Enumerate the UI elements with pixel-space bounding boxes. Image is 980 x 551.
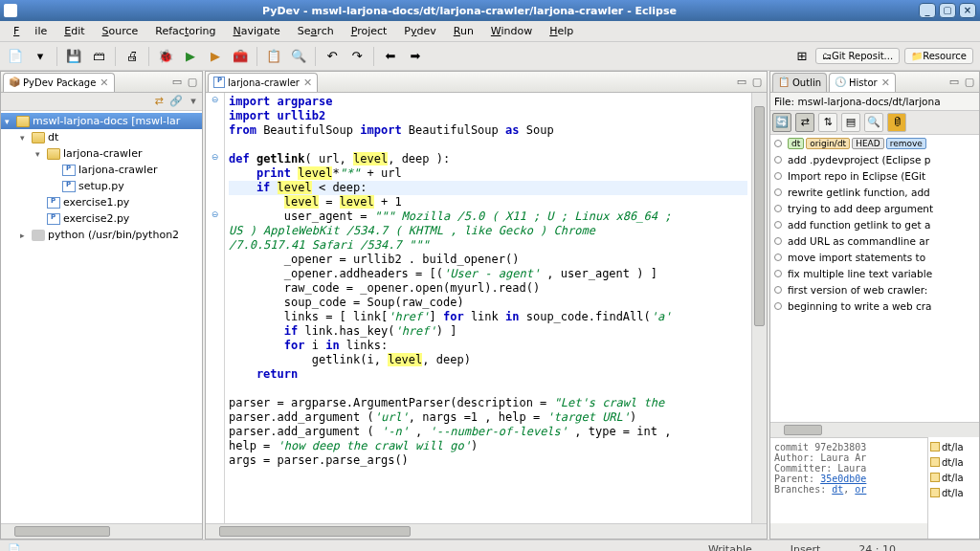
history-list[interactable]: dtorigin/dtHEADremoveadd .pydevproject (… [770,135,979,422]
menu-source[interactable]: Source [95,23,146,39]
save-all-button[interactable]: 🗃 [87,45,110,68]
link-button[interactable]: ⇄ [795,113,814,132]
editor-content[interactable]: ⊖ ⊖ ⊖ import argparse import urllib2 fro… [206,93,767,523]
perspective-git[interactable]: 🗂 Git Reposit... [815,48,900,64]
history-row[interactable]: rewrite getlink function, add [770,184,979,200]
perspective-switcher-icon[interactable]: ⊞ [791,45,813,68]
package-icon: 📦 [9,77,20,88]
hscrollbar[interactable] [770,422,979,437]
app-icon [4,4,17,17]
history-toolbar: 🔄 ⇄ ⇅ ▤ 🔍 🛢 [770,111,979,135]
forward-button[interactable]: ➡ [404,45,427,68]
dropdown-icon[interactable]: ▾ [29,45,52,68]
changed-file[interactable]: dt/la [930,485,977,500]
hscrollbar[interactable] [1,523,202,539]
menubar: File Edit Source Refactoring Navigate Se… [0,21,980,42]
close-icon[interactable]: ✕ [100,77,108,89]
package-tree[interactable]: ▾mswl-larjona-docs [mswl-lar ▾dt ▾larjon… [1,111,202,523]
separator [148,47,149,66]
collapse-icon[interactable]: ⇄ [152,95,166,108]
menu-pydev[interactable]: Pydev [396,23,443,39]
branch-link[interactable]: dt [832,484,843,495]
vscrollbar[interactable] [751,93,767,523]
history-tab[interactable]: 🕓 Histor ✕ [829,73,896,92]
tree-file-crawler[interactable]: larjona-crawler [1,162,202,178]
debug-button[interactable]: 🐞 [154,45,177,68]
prev-edit-button[interactable]: ↶ [321,45,344,68]
fold-icon[interactable]: ⊖ [206,209,224,224]
outline-tab[interactable]: 📋 Outlin [772,73,827,92]
editor-tab[interactable]: larjona-crawler ✕ [208,73,318,92]
changed-file[interactable]: dt/la [930,439,977,454]
menu-search[interactable]: Search [290,23,342,39]
filter-button[interactable]: ▤ [841,113,860,132]
menu-navigate[interactable]: Navigate [226,23,288,39]
changed-file[interactable]: dt/la [930,454,977,470]
minimize-icon[interactable]: ▭ [947,76,961,89]
run-button[interactable]: ▶ [179,45,202,68]
menu-run[interactable]: Run [446,23,481,39]
history-row[interactable]: fix multiple line text variable [770,265,979,281]
tree-python-interpreter[interactable]: ▸python (/usr/bin/python2 [1,227,202,243]
external-tools-button[interactable]: 🧰 [229,45,252,68]
next-edit-button[interactable]: ↷ [345,45,368,68]
package-explorer-tab[interactable]: 📦 PyDev Package ✕ [3,73,115,92]
history-row[interactable]: move import statements to [770,249,979,265]
maximize-button[interactable]: ▢ [939,3,956,18]
branch-link[interactable]: or [855,484,866,495]
history-row[interactable]: beginning to write a web cra [770,298,979,314]
menu-refactor[interactable]: Refactoring [147,23,223,39]
save-button[interactable]: 💾 [62,45,85,68]
print-button[interactable]: 🖨 [121,45,144,68]
menu-project[interactable]: Project [344,23,395,39]
maximize-icon[interactable]: ▢ [186,76,199,89]
changed-file[interactable]: dt/la [930,470,977,485]
tree-file-ex1[interactable]: exercise1.py [1,194,202,210]
history-row[interactable]: dtorigin/dtHEADremove [770,135,979,151]
link-icon[interactable]: 🔗 [169,95,183,108]
compare-button[interactable]: ⇅ [818,113,837,132]
status-icon: 📄 [8,543,21,551]
new-module-button[interactable]: 📋 [262,45,285,68]
gutter[interactable]: ⊖ ⊖ ⊖ [206,93,225,523]
tree-project[interactable]: ▾mswl-larjona-docs [mswl-lar [1,113,202,129]
find-button[interactable]: 🔍 [864,113,883,132]
new-button[interactable]: 📄 [4,45,27,68]
tab-label: Outlin [792,77,821,88]
minimize-icon[interactable]: ▭ [735,76,748,89]
minimize-button[interactable]: _ [919,3,936,18]
changed-files-panel[interactable]: dt/ladt/ladt/ladt/la [927,437,979,539]
menu-help[interactable]: Help [542,23,581,39]
close-button[interactable]: × [959,3,976,18]
menu-window[interactable]: Window [483,23,540,39]
back-button[interactable]: ⬅ [379,45,402,68]
history-row[interactable]: add function getlink to get a [770,216,979,232]
history-row[interactable]: add URL as commandline ar [770,232,979,249]
maximize-icon[interactable]: ▢ [750,76,764,89]
history-row[interactable]: trying to add deep argument [770,200,979,216]
tree-file-setup[interactable]: setup.py [1,178,202,194]
db-button[interactable]: 🛢 [887,113,906,132]
menu-file[interactable]: File [6,23,55,39]
tree-folder-crawler[interactable]: ▾larjona-crawler [1,145,202,162]
history-row[interactable]: first version of web crawler: [770,281,979,298]
maximize-icon[interactable]: ▢ [963,76,976,89]
history-row[interactable]: add .pydevproject (Eclipse p [770,151,979,167]
fold-icon[interactable]: ⊖ [206,152,224,166]
tree-file-ex2[interactable]: exercise2.py [1,210,202,227]
parent-link[interactable]: 35e0db0e [820,474,866,484]
code-area[interactable]: import argparse import urllib2 from Beau… [225,93,751,523]
run-last-button[interactable]: ▶ [204,45,227,68]
close-icon[interactable]: ✕ [303,77,312,89]
history-row[interactable]: Import repo in Eclipse (EGit [770,167,979,184]
close-icon[interactable]: ✕ [881,77,890,89]
hscrollbar[interactable] [206,523,767,539]
menu-edit[interactable]: Edit [56,23,92,39]
perspective-resource[interactable]: 📁 Resource [904,48,973,64]
fold-icon[interactable]: ⊖ [206,95,224,109]
refresh-button[interactable]: 🔄 [772,113,791,132]
tree-folder-dt[interactable]: ▾dt [1,129,202,145]
search-button[interactable]: 🔍 [287,45,310,68]
menu-icon[interactable]: ▾ [187,95,200,108]
minimize-icon[interactable]: ▭ [170,76,184,89]
